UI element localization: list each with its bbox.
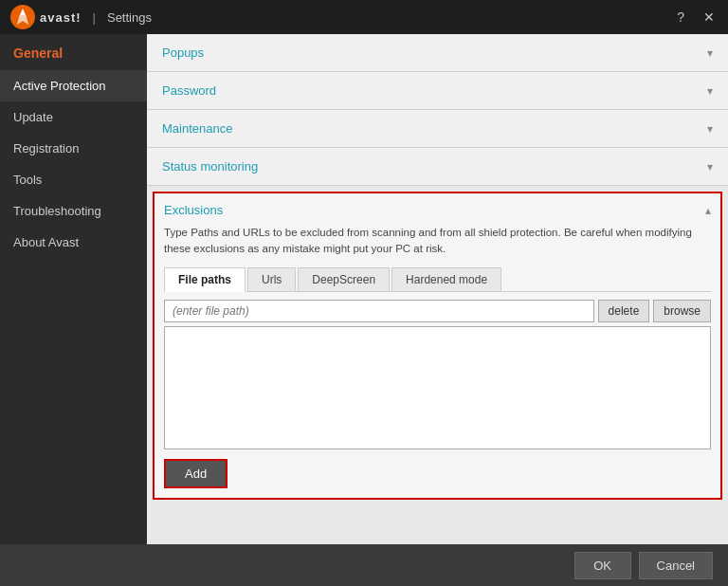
sidebar-item-about-avast[interactable]: About Avast: [0, 227, 147, 258]
main-layout: General Active Protection Update Registr…: [0, 34, 728, 544]
section-popups-title: Popups: [162, 46, 204, 60]
app-name: avast!: [40, 10, 82, 25]
file-path-row: delete browse: [164, 300, 711, 322]
exclusions-description: Type Paths and URLs to be excluded from …: [164, 225, 711, 258]
exclusions-tabs: File paths Urls DeepScreen Hardened mode: [164, 267, 711, 292]
sidebar-header: General: [0, 34, 147, 70]
section-password-title: Password: [162, 83, 216, 98]
ok-button[interactable]: OK: [574, 552, 631, 579]
exclusions-panel: Exclusions ▴ Type Paths and URLs to be e…: [153, 192, 722, 500]
close-button[interactable]: ✕: [700, 8, 719, 27]
tab-hardened-mode[interactable]: Hardened mode: [391, 267, 501, 291]
tab-urls[interactable]: Urls: [247, 267, 296, 291]
tab-file-paths[interactable]: File paths: [164, 267, 246, 292]
chevron-down-icon: ▾: [707, 84, 713, 98]
content-area: Popups ▾ Password ▾ Maintenance ▾: [147, 34, 728, 544]
delete-button[interactable]: delete: [598, 300, 650, 322]
file-list-area: [164, 326, 711, 449]
section-popups: Popups ▾: [147, 34, 728, 72]
tab-deepscreen[interactable]: DeepScreen: [298, 267, 390, 291]
cancel-button[interactable]: Cancel: [639, 552, 713, 579]
chevron-down-icon: ▾: [707, 122, 713, 136]
section-password: Password ▾: [147, 72, 728, 110]
exclusions-title-row: Exclusions ▴: [164, 203, 711, 217]
section-password-header[interactable]: Password ▾: [147, 72, 728, 109]
chevron-down-icon: ▾: [707, 46, 713, 60]
title-separator: |: [93, 10, 96, 25]
settings-title: Settings: [107, 10, 152, 25]
browse-button[interactable]: browse: [653, 300, 711, 322]
bottom-bar: OK Cancel: [0, 544, 728, 586]
chevron-down-icon: ▾: [707, 160, 713, 174]
sidebar: General Active Protection Update Registr…: [0, 34, 147, 544]
title-bar: avast! | Settings ? ✕: [0, 0, 728, 34]
section-status-monitoring-title: Status monitoring: [162, 159, 258, 174]
sidebar-item-troubleshooting[interactable]: Troubleshooting: [0, 195, 147, 227]
exclusions-heading: Exclusions: [164, 203, 223, 217]
app-logo: avast!: [9, 4, 82, 30]
window-controls: ? ✕: [673, 8, 719, 27]
section-status-monitoring: Status monitoring ▾: [147, 148, 728, 186]
avast-logo-icon: [9, 4, 36, 30]
section-maintenance-header[interactable]: Maintenance ▾: [147, 110, 728, 147]
add-btn-wrapper: Add: [164, 459, 711, 488]
sidebar-item-active-protection[interactable]: Active Protection: [0, 70, 147, 101]
file-path-input[interactable]: [164, 300, 594, 322]
sidebar-item-registration[interactable]: Registration: [0, 133, 147, 164]
section-popups-header[interactable]: Popups ▾: [147, 34, 728, 71]
sidebar-item-tools[interactable]: Tools: [0, 164, 147, 195]
sidebar-item-update[interactable]: Update: [0, 101, 147, 133]
section-maintenance-title: Maintenance: [162, 121, 232, 136]
help-button[interactable]: ?: [673, 8, 688, 27]
section-status-monitoring-header[interactable]: Status monitoring ▾: [147, 148, 728, 185]
chevron-up-icon: ▴: [705, 204, 711, 217]
section-maintenance: Maintenance ▾: [147, 110, 728, 148]
add-button[interactable]: Add: [164, 459, 228, 488]
settings-list: Popups ▾ Password ▾ Maintenance ▾: [147, 34, 728, 544]
